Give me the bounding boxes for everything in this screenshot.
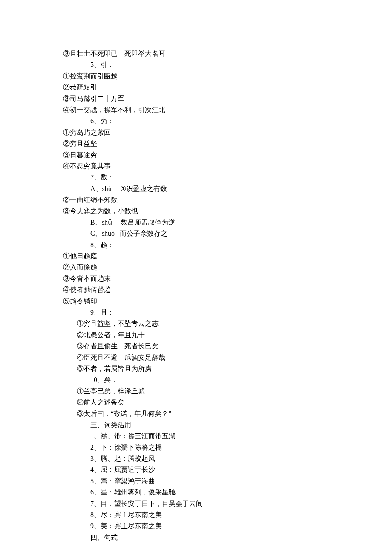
text-line: 8、尽：宾主尽东南之美 <box>0 509 392 520</box>
text-line: ③今夫弈之为数，小数也 <box>0 205 392 217</box>
text-line: ③日暮途穷 <box>0 150 392 161</box>
text-line: ①控蛮荆而引瓯越 <box>0 71 392 82</box>
text-line: 7、数： <box>0 172 392 183</box>
text-line: ①他日趋庭 <box>0 251 392 262</box>
text-line: 三、词类活用 <box>0 419 392 431</box>
text-line: ④臣死且不避，卮酒安足辞哉 <box>0 352 392 363</box>
text-line: 5、窜：窜梁鸿于海曲 <box>0 476 392 487</box>
text-line: ②前人之述备矣 <box>0 397 392 408</box>
text-line: 6、穷： <box>0 116 392 127</box>
text-line: C、shuò 而公子亲数存之 <box>0 228 392 239</box>
text-line: ⑤趋令销印 <box>0 296 392 307</box>
text-line: 2、下：徐孺下陈蕃之榻 <box>0 442 392 453</box>
text-line: A、shù ①识盈虚之有数 <box>0 183 392 194</box>
text-line: 9、美：宾主尽东南之美 <box>0 520 392 532</box>
text-line: ④初一交战，操军不利，引次江北 <box>0 104 392 116</box>
text-line: 4、屈：屈贾谊于长沙 <box>0 464 392 475</box>
text-line: ①兰亭已矣，梓泽丘墟 <box>0 386 392 397</box>
text-line: ②恭疏短引 <box>0 82 392 93</box>
text-line: ③存者且偷生，死者长已矣 <box>0 341 392 352</box>
text-line: 1、襟、带：襟三江而带五湖 <box>0 431 392 442</box>
text-line: 四、句式 <box>0 532 392 543</box>
text-line: ②入而徐趋 <box>0 262 392 273</box>
text-line: ③且壮士不死即已，死即举大名耳 <box>0 48 392 59</box>
text-line: ①穷且益坚，不坠青云之志 <box>0 318 392 329</box>
text-line: ③太后曰：“敬诺，年几何矣？” <box>0 408 392 419</box>
text-line: ①穷岛屿之萦回 <box>0 127 392 138</box>
text-line: ②一曲红绡不知数 <box>0 194 392 205</box>
text-line: 3、腾、起：腾蛟起凤 <box>0 453 392 464</box>
document-page: ③且壮士不死即已，死即举大名耳5、引：①控蛮荆而引瓯越②恭疏短引③司马懿引二十万… <box>0 0 392 555</box>
text-line: B、shǔ 数吕师孟叔侄为逆 <box>0 217 392 228</box>
text-line: ④不忍穷竟其事 <box>0 161 392 172</box>
text-line: ⑤不者，若属皆且为所虏 <box>0 363 392 374</box>
text-line: 8、趋： <box>0 240 392 251</box>
text-line: ③今背本而趋末 <box>0 273 392 284</box>
text-line: 10、矣： <box>0 374 392 385</box>
text-line: 9、且： <box>0 307 392 318</box>
text-line: ②穷且益坚 <box>0 138 392 149</box>
text-line: 5、引： <box>0 59 392 70</box>
text-line: ④使者驰传督趋 <box>0 284 392 295</box>
text-line: ②北愚公者，年且九十 <box>0 330 392 341</box>
text-line: 7、目：望长安于日下，目吴会于云间 <box>0 498 392 509</box>
text-line: ③司马懿引二十万军 <box>0 93 392 104</box>
text-line: 6、星：雄州雾列，俊采星驰 <box>0 487 392 498</box>
